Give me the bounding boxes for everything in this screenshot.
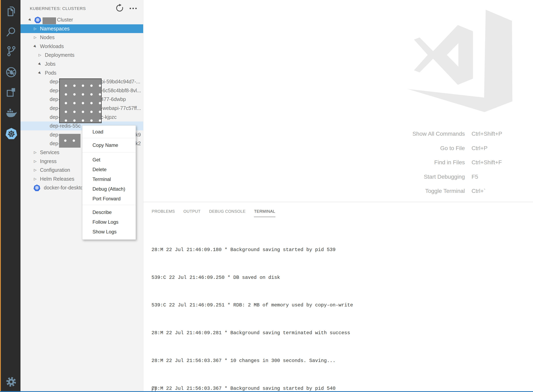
terminal-line: 28:M 22 Jul 21:46:09.180 * Background sa…: [151, 246, 529, 253]
tree-row-label-suffix2: k2: [136, 139, 141, 148]
panel-tab[interactable]: DEBUG CONSOLE: [209, 206, 246, 217]
tree-row-label: docker-for-desktop: [44, 183, 86, 192]
redaction-box: [59, 134, 80, 148]
redaction-box: [59, 79, 102, 123]
shortcut-label: Show All Commands: [388, 131, 465, 137]
tree-row-label: Deployments: [45, 51, 75, 60]
tree-row-label: Jobs: [45, 60, 56, 69]
source-control-icon[interactable]: [5, 45, 17, 57]
tree-row-label: Helm Releases: [40, 175, 75, 183]
context-menu-item[interactable]: Copy Name: [82, 138, 136, 152]
shortcut-label: Toggle Terminal: [388, 188, 465, 194]
tree-row-label: Configuration: [40, 166, 70, 175]
twisty-icon[interactable]: [34, 24, 37, 33]
context-menu-item[interactable]: Get: [82, 155, 136, 165]
tree-row-label-suffix: 477-6dwbp: [101, 95, 126, 104]
tree-row-label-suffix: c-kjpzc: [101, 113, 117, 122]
context-menu: Load Copy Name GetDeleteTerminalDebug (A…: [82, 125, 136, 240]
settings-gear-icon[interactable]: [5, 376, 17, 387]
context-menu-item[interactable]: Terminal: [82, 174, 136, 184]
twisty-icon[interactable]: [34, 175, 37, 183]
context-menu-item[interactable]: Load: [82, 126, 136, 138]
tree-row-label: Nodes: [40, 33, 55, 42]
tree-row-label-suffix2: k9: [136, 131, 141, 139]
tree-row-label-suffix: -webapi-77c57ff...: [101, 104, 141, 113]
shortcut-keys: Ctrl+Shift+P: [472, 131, 518, 137]
docker-icon[interactable]: [5, 107, 17, 119]
tree-row[interactable]: Pods: [20, 69, 143, 77]
panel-tab[interactable]: TERMINAL: [254, 206, 276, 217]
sidebar-header: KUBERNETES: CLUSTERS: [20, 0, 143, 15]
tree-row-label: dep-: [50, 113, 60, 122]
tree-row[interactable]: Cluster: [20, 15, 143, 24]
sidebar-title: KUBERNETES: CLUSTERS: [30, 6, 86, 11]
activity-bar: [1, 0, 20, 392]
keyboard-shortcuts-watermark: Show All Commands Ctrl+Shift+P Go to Fil…: [388, 127, 518, 198]
tree-row-label: dep-: [50, 86, 60, 95]
kubernetes-icon[interactable]: [5, 128, 17, 140]
shortcut-label: Start Debugging: [388, 174, 465, 180]
context-menu-item[interactable]: Delete: [82, 165, 136, 174]
shortcut-keys: Ctrl+Shift+F: [472, 159, 518, 166]
tree-row-label: Namespaces: [40, 24, 70, 33]
twisty-icon[interactable]: [34, 166, 37, 175]
tree-row[interactable]: Nodes: [20, 33, 143, 42]
terminal-line: 28:M 22 Jul 21:56:03.367 * Background sa…: [151, 385, 529, 392]
tree-row[interactable]: Namespaces: [20, 24, 143, 33]
tree-row-label-suffix: pi-59bd4c94d7-...: [101, 77, 140, 86]
tree-row-label: dep-: [50, 131, 60, 139]
tree-row[interactable]: Jobs: [20, 60, 143, 69]
tree-row-label: Cluster: [57, 15, 73, 24]
shortcut-keys: Ctrl+`: [472, 188, 518, 194]
redaction-box: [42, 17, 56, 24]
twisty-icon[interactable]: [34, 33, 37, 42]
shortcut-keys: Ctrl+P: [472, 145, 518, 151]
context-menu-item[interactable]: Port Forward: [82, 194, 136, 204]
vscode-watermark: [405, 8, 516, 120]
bottom-panel: PROBLEMS OUTPUT DEBUG CONSOLE TERMINAL 2…: [143, 202, 533, 392]
kubernetes-cluster-icon: [33, 184, 40, 191]
tree-row-label-suffix: -6c58c4bbf8-8vl...: [101, 86, 141, 95]
window-left-border: [0, 0, 1, 392]
shortcut-label: Go to File: [388, 145, 465, 151]
terminal-line: 539:C 22 Jul 21:46:09.251 * RDB: 2 MB of…: [151, 302, 529, 309]
editor-area: Show All Commands Ctrl+Shift+P Go to Fil…: [143, 0, 533, 202]
twisty-icon[interactable]: [38, 60, 41, 69]
tree-row[interactable]: Deployments: [20, 51, 143, 60]
twisty-icon[interactable]: [38, 51, 41, 60]
terminal-line: 28:M 22 Jul 21:46:09.281 * Background sa…: [151, 330, 529, 336]
twisty-icon[interactable]: [34, 42, 37, 51]
tree-row-label: dep-: [50, 95, 60, 104]
kubernetes-cluster-icon: [34, 16, 41, 23]
twisty-icon[interactable]: [29, 15, 31, 24]
refresh-icon[interactable]: [115, 4, 124, 13]
tree-row-label: Workloads: [40, 42, 64, 51]
context-menu-item[interactable]: Show Logs: [82, 227, 136, 237]
context-menu-item[interactable]: Describe: [82, 207, 136, 217]
context-menu-item[interactable]: Debug (Attach): [82, 184, 136, 194]
twisty-icon[interactable]: [34, 148, 37, 157]
search-icon[interactable]: [5, 26, 17, 37]
debug-disabled-icon[interactable]: [5, 66, 17, 78]
tree-row[interactable]: Workloads: [20, 42, 143, 51]
tree-row-label: Ingress: [40, 157, 56, 166]
context-menu-item[interactable]: Follow Logs: [82, 217, 136, 227]
explorer-icon[interactable]: [5, 6, 17, 17]
tree-row-label: Services: [40, 148, 59, 157]
window-bottom-border: [0, 391, 533, 392]
tree-row-label: Pods: [45, 69, 56, 77]
panel-tabs: PROBLEMS OUTPUT DEBUG CONSOLE TERMINAL: [151, 206, 276, 217]
terminal-output[interactable]: 28:M 22 Jul 21:46:09.180 * Background sa…: [151, 219, 529, 392]
panel-tab[interactable]: PROBLEMS: [151, 206, 175, 217]
more-actions-icon[interactable]: [130, 8, 137, 9]
extensions-icon[interactable]: [5, 87, 17, 98]
tree-row-label: dep-: [50, 139, 60, 148]
panel-tab[interactable]: OUTPUT: [183, 206, 201, 217]
tree-row-label: dep-: [50, 104, 60, 113]
terminal-line: 539:C 22 Jul 21:46:09.250 * DB saved on …: [151, 274, 529, 281]
shortcut-label: Find in Files: [388, 159, 465, 166]
twisty-icon[interactable]: [34, 157, 37, 166]
terminal-line: 28:M 22 Jul 21:56:03.367 * 10 changes in…: [151, 357, 529, 364]
twisty-icon[interactable]: [38, 69, 41, 77]
tree-row-label: dep-: [50, 77, 60, 86]
